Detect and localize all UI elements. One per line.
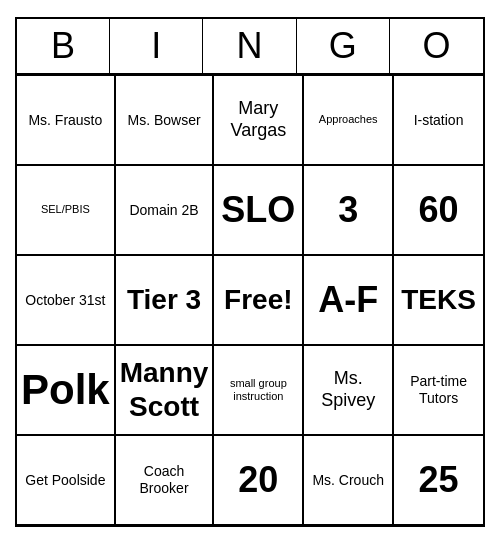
bingo-cell-21[interactable]: Coach Brooker <box>115 435 214 525</box>
cell-text-19: Part-time Tutors <box>398 373 479 407</box>
header-letter-i: I <box>110 19 203 73</box>
bingo-cell-24[interactable]: 25 <box>393 435 483 525</box>
bingo-cell-23[interactable]: Ms. Crouch <box>303 435 393 525</box>
cell-text-18: Ms. Spivey <box>308 368 388 411</box>
cell-text-10: October 31st <box>25 292 105 309</box>
bingo-cell-12[interactable]: Free! <box>213 255 303 345</box>
cell-text-13: A-F <box>318 278 378 321</box>
bingo-cell-19[interactable]: Part-time Tutors <box>393 345 483 435</box>
bingo-cell-7[interactable]: SLO <box>213 165 303 255</box>
cell-text-17: small group instruction <box>218 377 298 403</box>
bingo-cell-11[interactable]: Tier 3 <box>115 255 214 345</box>
cell-text-14: TEKS <box>401 283 476 317</box>
cell-text-4: I-station <box>414 112 464 129</box>
cell-text-7: SLO <box>221 188 295 231</box>
bingo-cell-18[interactable]: Ms. Spivey <box>303 345 393 435</box>
cell-text-24: 25 <box>419 458 459 501</box>
bingo-cell-6[interactable]: Domain 2B <box>115 165 214 255</box>
bingo-cell-4[interactable]: I-station <box>393 75 483 165</box>
cell-text-22: 20 <box>238 458 278 501</box>
cell-text-20: Get Poolside <box>25 472 105 489</box>
bingo-cell-17[interactable]: small group instruction <box>213 345 303 435</box>
cell-text-1: Ms. Bowser <box>127 112 200 129</box>
bingo-cell-10[interactable]: October 31st <box>17 255 115 345</box>
cell-text-9: 60 <box>419 188 459 231</box>
bingo-cell-1[interactable]: Ms. Bowser <box>115 75 214 165</box>
cell-text-21: Coach Brooker <box>120 463 209 497</box>
bingo-grid: Ms. FraustoMs. BowserMary VargasApproach… <box>17 75 483 525</box>
header-letter-o: O <box>390 19 483 73</box>
cell-text-5: SEL/PBIS <box>41 203 90 216</box>
cell-text-23: Ms. Crouch <box>312 472 384 489</box>
cell-text-15: Polk <box>21 365 110 415</box>
cell-text-6: Domain 2B <box>129 202 198 219</box>
bingo-cell-2[interactable]: Mary Vargas <box>213 75 303 165</box>
header-letter-g: G <box>297 19 390 73</box>
bingo-card: BINGO Ms. FraustoMs. BowserMary VargasAp… <box>15 17 485 527</box>
bingo-cell-15[interactable]: Polk <box>17 345 115 435</box>
bingo-cell-5[interactable]: SEL/PBIS <box>17 165 115 255</box>
bingo-cell-16[interactable]: Manny Scott <box>115 345 214 435</box>
bingo-cell-0[interactable]: Ms. Frausto <box>17 75 115 165</box>
cell-text-8: 3 <box>338 188 358 231</box>
cell-text-12: Free! <box>224 283 292 317</box>
bingo-cell-20[interactable]: Get Poolside <box>17 435 115 525</box>
header-letter-n: N <box>203 19 296 73</box>
cell-text-2: Mary Vargas <box>218 98 298 141</box>
header-letter-b: B <box>17 19 110 73</box>
bingo-header: BINGO <box>17 19 483 75</box>
bingo-cell-22[interactable]: 20 <box>213 435 303 525</box>
bingo-cell-3[interactable]: Approaches <box>303 75 393 165</box>
bingo-cell-14[interactable]: TEKS <box>393 255 483 345</box>
bingo-cell-13[interactable]: A-F <box>303 255 393 345</box>
bingo-cell-8[interactable]: 3 <box>303 165 393 255</box>
cell-text-0: Ms. Frausto <box>28 112 102 129</box>
cell-text-11: Tier 3 <box>127 283 201 317</box>
cell-text-3: Approaches <box>319 113 378 126</box>
bingo-cell-9[interactable]: 60 <box>393 165 483 255</box>
cell-text-16: Manny Scott <box>120 356 209 423</box>
